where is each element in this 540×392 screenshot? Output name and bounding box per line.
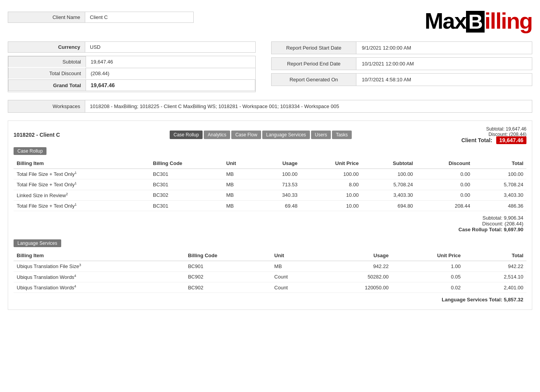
ls-usage-1: 50282.00 — [319, 272, 392, 282]
left-info: Currency USD Subtotal 19,647.46 Total Di… — [8, 41, 256, 92]
cr-unit-1: MB — [223, 179, 256, 190]
cr-usage-2: 340.33 — [256, 190, 301, 200]
case-rollup-subtotals: Subtotal: 9,906.34 Discount: (208.44) Ca… — [14, 213, 526, 234]
cr-code-3: BC301 — [150, 200, 223, 211]
client-block: 1018202 - Client C Case Rollup Analytics… — [8, 120, 532, 310]
ls-total-2: 2,401.00 — [464, 282, 526, 292]
subtotal-label: Subtotal — [8, 56, 86, 67]
logo-b-box: B — [466, 11, 485, 33]
logo: MaxBilling — [425, 8, 532, 34]
workspaces-value: 1018208 - MaxBilling; 1018225 - Client C… — [85, 100, 532, 113]
currency-label: Currency — [8, 41, 85, 53]
grand-total-label: Grand Total — [8, 79, 86, 91]
client-name-value: Client C — [85, 12, 194, 23]
logo-max: Max — [425, 8, 466, 33]
ls-col-code: Billing Code — [185, 250, 271, 261]
report-start-row: Report Period Start Date 9/1/2021 12:00:… — [271, 41, 532, 54]
cr-subtotal-1: 5,708.24 — [362, 179, 416, 190]
col-usage: Usage — [256, 158, 301, 169]
client-total-label: Client Total: — [461, 137, 492, 143]
tab-tasks[interactable]: Tasks — [332, 131, 352, 139]
report-end-label: Report Period End Date — [271, 57, 356, 70]
cr-usage-0: 100.00 — [256, 169, 301, 179]
client-total-badge: 19,647.46 — [496, 136, 526, 144]
cr-unit-2: MB — [223, 190, 256, 200]
table-row: Total File Size + Text Only1 BC301 MB 69… — [14, 200, 526, 211]
tab-case-flow[interactable]: Case Flow — [231, 131, 261, 139]
ls-header: Billing Item Billing Code Unit Usage Uni… — [14, 250, 526, 261]
language-services-badge: Language Services — [14, 239, 61, 247]
right-info: Report Period Start Date 9/1/2021 12:00:… — [271, 41, 532, 92]
cr-subtotal: Subtotal: 9,906.34 — [17, 215, 523, 221]
cr-discount-3: 208.44 — [416, 200, 473, 211]
table-row: Ubiqus Translation File Size3 BC901 MB 9… — [14, 261, 526, 272]
currency-value: USD — [85, 41, 256, 53]
ls-code-2: BC902 — [185, 282, 271, 292]
ls-code-0: BC901 — [185, 261, 271, 272]
ls-code-1: BC902 — [185, 272, 271, 282]
subtotal-row: Subtotal 19,647.46 — [8, 56, 255, 67]
cr-item-1: Total File Size + Text Only1 — [14, 179, 150, 190]
report-start-label: Report Period Start Date — [271, 41, 356, 54]
cr-subtotal-3: 694.80 — [362, 200, 416, 211]
cr-total-2: 3,403.30 — [473, 190, 526, 200]
discount-label: Total Discount — [8, 68, 86, 79]
ls-col-usage: Usage — [319, 250, 392, 261]
tab-language-services[interactable]: Language Services — [262, 131, 310, 139]
client-total-main: Client Total: 19,647.46 — [461, 137, 526, 143]
ls-unit-2: Count — [271, 282, 319, 292]
col-unit-price: Unit Price — [301, 158, 362, 169]
nav-tabs: Case Rollup Analytics Case Flow Language… — [170, 131, 352, 139]
cr-item-3: Total File Size + Text Only1 — [14, 200, 150, 211]
cr-total-3: 486.36 — [473, 200, 526, 211]
ls-total-value: 5,857.32 — [504, 297, 523, 303]
table-row: Ubiqus Translation Words4 BC902 Count 12… — [14, 282, 526, 292]
ls-unit-1: Count — [271, 272, 319, 282]
language-services-section: Language Services Billing Item Billing C… — [14, 239, 526, 304]
ls-usage-0: 942.22 — [319, 261, 392, 272]
ls-col-unit: Unit — [271, 250, 319, 261]
ls-col-unit-price: Unit Price — [392, 250, 464, 261]
report-generated-row: Report Generated On 10/7/2021 4:58:10 AM — [271, 73, 532, 86]
col-total: Total — [473, 158, 526, 169]
ls-item-0: Ubiqus Translation File Size3 — [14, 261, 185, 272]
tab-case-rollup[interactable]: Case Rollup — [170, 131, 203, 139]
table-row: Ubiqus Translation Words4 BC902 Count 50… — [14, 272, 526, 282]
report-generated-label: Report Generated On — [271, 73, 356, 86]
ls-usage-2: 120050.00 — [319, 282, 392, 292]
report-start-value: 9/1/2021 12:00:00 AM — [356, 41, 532, 54]
cr-uprice-1: 8.00 — [301, 179, 362, 190]
cr-total-1: 5,708.24 — [473, 179, 526, 190]
cr-total: Case Rollup Total: 9,697.90 — [17, 227, 523, 232]
case-rollup-header: Billing Item Billing Code Unit Usage Uni… — [14, 158, 526, 169]
client-block-header: 1018202 - Client C Case Rollup Analytics… — [14, 126, 526, 143]
cr-item-2: Linked Size in Review2 — [14, 190, 150, 200]
cr-code-0: BC301 — [150, 169, 223, 179]
summary-box: Subtotal 19,647.46 Total Discount (208.4… — [8, 56, 256, 92]
cr-total-0: 100.00 — [473, 169, 526, 179]
report-end-row: Report Period End Date 10/1/2021 12:00:0… — [271, 57, 532, 70]
client-name-label: Client Name — [8, 12, 85, 23]
cr-unit-3: MB — [223, 200, 256, 211]
cr-total-value: 9,697.90 — [504, 227, 523, 232]
ls-col-item: Billing Item — [14, 250, 185, 261]
ls-col-total: Total — [464, 250, 526, 261]
col-unit: Unit — [223, 158, 256, 169]
case-rollup-section: Case Rollup Billing Item Billing Code Un… — [14, 147, 526, 234]
tab-users[interactable]: Users — [311, 131, 331, 139]
logo-illing: illing — [485, 8, 532, 33]
cr-uprice-2: 10.00 — [301, 190, 362, 200]
cr-total-label: Case Rollup Total: — [459, 227, 502, 232]
cr-discount-1: 0.00 — [416, 179, 473, 190]
table-row: Total File Size + Text Only1 BC301 MB 71… — [14, 179, 526, 190]
col-subtotal: Subtotal — [362, 158, 416, 169]
col-billing-code: Billing Code — [150, 158, 223, 169]
info-section: Currency USD Subtotal 19,647.46 Total Di… — [8, 41, 532, 92]
discount-row: Total Discount (208.44) — [8, 68, 255, 79]
currency-row: Currency USD — [8, 41, 256, 53]
discount-value: (208.44) — [86, 68, 255, 79]
tab-analytics[interactable]: Analytics — [204, 131, 230, 139]
grand-total-value: 19,647.46 — [86, 79, 255, 91]
workspaces-label: Workspaces — [8, 100, 85, 113]
cr-uprice-3: 10.00 — [301, 200, 362, 211]
